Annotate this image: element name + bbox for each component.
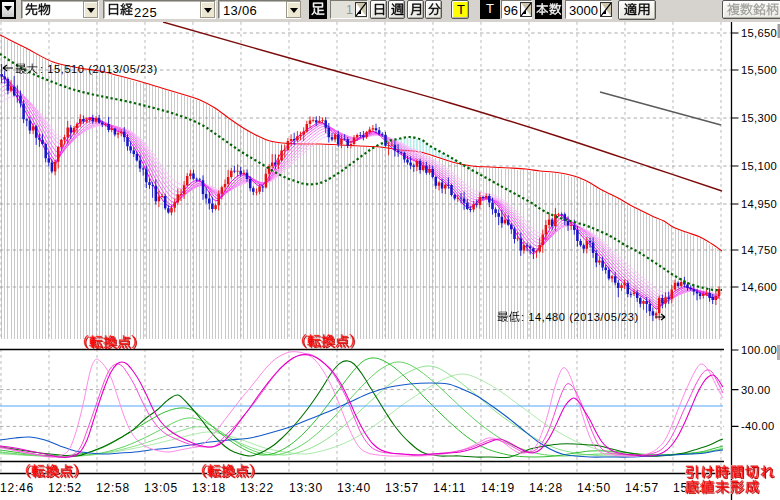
svg-text:14:28: 14:28 <box>529 481 563 495</box>
svg-text:: 15,510 (2013/05/23): : 15,510 (2013/05/23) <box>40 63 158 75</box>
svg-text:14:57: 14:57 <box>625 481 659 495</box>
svg-text:-40.00: -40.00 <box>741 420 775 432</box>
svg-text:30.00: 30.00 <box>741 384 771 396</box>
svg-text:15,650: 15,650 <box>741 27 777 39</box>
svg-text:12:58: 12:58 <box>96 481 130 495</box>
svg-text:14,750: 14,750 <box>741 244 777 256</box>
svg-text:15,100: 15,100 <box>741 160 777 172</box>
svg-text:13:18: 13:18 <box>192 481 226 495</box>
svg-text:14,600: 14,600 <box>741 281 777 293</box>
svg-text:: 14,480 (2013/05/23): : 14,480 (2013/05/23) <box>521 311 639 323</box>
svg-text:15,300: 15,300 <box>741 112 777 124</box>
svg-text:14:50: 14:50 <box>577 481 611 495</box>
svg-text:12:52: 12:52 <box>48 481 82 495</box>
svg-text:14:19: 14:19 <box>481 481 515 495</box>
svg-text:13:22: 13:22 <box>240 481 274 495</box>
svg-text:15,500: 15,500 <box>741 64 777 76</box>
svg-text:14,950: 14,950 <box>741 198 777 210</box>
svg-text:13:40: 13:40 <box>337 481 371 495</box>
svg-text:100.00: 100.00 <box>741 344 777 356</box>
svg-text:13:05: 13:05 <box>144 481 178 495</box>
svg-text:14:11: 14:11 <box>433 481 466 495</box>
svg-text:13:30: 13:30 <box>289 481 323 495</box>
svg-text:12:46: 12:46 <box>0 481 34 495</box>
svg-text:13:57: 13:57 <box>385 481 419 495</box>
